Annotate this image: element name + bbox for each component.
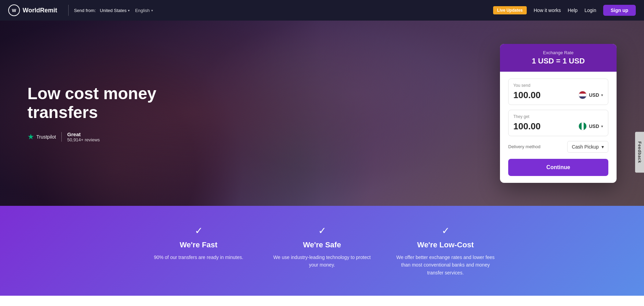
hero-content: Low cost money transfers ★ Trustpilot Gr…: [0, 21, 644, 206]
trustpilot-reviews: Great 50,914+ reviews: [67, 131, 100, 142]
delivery-method-value: Cash Pickup: [572, 144, 599, 150]
delivery-method-label: Delivery method: [508, 144, 540, 149]
you-send-field[interactable]: You send 100.00 USD ▾: [508, 79, 608, 105]
trustpilot-row: ★ Trustpilot Great 50,914+ reviews: [27, 131, 479, 142]
feature-lowcost: ✓ We're Low-Cost We offer better exchang…: [384, 225, 507, 276]
you-send-label: You send: [513, 83, 603, 88]
lowcost-title: We're Low-Cost: [395, 240, 496, 249]
trustpilot-divider: [61, 132, 62, 142]
brand-name: WorldRemit: [23, 7, 57, 14]
hero-text: Low cost money transfers ★ Trustpilot Gr…: [27, 84, 479, 142]
you-send-currency-selector[interactable]: USD ▾: [579, 91, 603, 99]
they-get-label: They get: [513, 114, 603, 119]
signup-button[interactable]: Sign up: [603, 5, 636, 16]
they-get-currency-selector[interactable]: USD ▾: [579, 122, 603, 130]
send-from-value: United States: [100, 8, 127, 13]
they-get-chevron-icon: ▾: [601, 124, 603, 129]
safe-check-icon: ✓: [271, 225, 373, 236]
features-section: ✓ We're Fast 90% of our transfers are re…: [0, 206, 644, 296]
they-get-amount[interactable]: 100.00: [513, 121, 541, 132]
feature-fast: ✓ We're Fast 90% of our transfers are re…: [137, 225, 260, 276]
fast-check-icon: ✓: [148, 225, 249, 236]
card-body: You send 100.00 USD ▾ They get 100.00: [500, 72, 617, 183]
navbar: W WorldRemit Send from: United States ▾ …: [0, 0, 644, 21]
delivery-chevron-icon: ▾: [601, 144, 604, 150]
feedback-sidebar[interactable]: Feedback: [635, 132, 644, 174]
trustpilot-brand[interactable]: ★ Trustpilot: [27, 132, 56, 141]
exchange-rate-value: 1 USD = 1 USD: [508, 57, 608, 66]
card-header: Exchange Rate 1 USD = 1 USD: [500, 44, 617, 72]
delivery-row: Delivery method Cash Pickup ▾: [508, 141, 608, 153]
send-from-selector[interactable]: Send from: United States ▾: [74, 8, 130, 13]
live-updates-badge[interactable]: Live Updates: [493, 6, 527, 14]
continue-button[interactable]: Continue: [508, 159, 608, 176]
lowcost-description: We offer better exchange rates and lower…: [395, 254, 496, 276]
safe-description: We use industry-leading technology to pr…: [271, 254, 373, 269]
they-get-currency-code: USD: [589, 123, 599, 129]
usd-flag-icon: [579, 91, 587, 99]
transfer-card: Exchange Rate 1 USD = 1 USD You send 100…: [500, 44, 617, 183]
safe-title: We're Safe: [271, 240, 373, 249]
nav-divider: [68, 5, 69, 16]
you-send-amount[interactable]: 100.00: [513, 90, 541, 101]
delivery-method-selector[interactable]: Cash Pickup ▾: [567, 141, 608, 153]
login-link[interactable]: Login: [584, 8, 596, 13]
hero-section: Low cost money transfers ★ Trustpilot Gr…: [0, 21, 644, 206]
help-link[interactable]: Help: [568, 8, 578, 13]
trustpilot-count: 50,914+ reviews: [67, 137, 100, 142]
language-value: English: [135, 8, 150, 13]
you-send-chevron-icon: ▾: [601, 93, 603, 97]
how-it-works-link[interactable]: How it works: [534, 8, 561, 13]
send-from-chevron-icon: ▾: [128, 9, 130, 12]
trustpilot-rating: Great: [67, 131, 100, 137]
feedback-button[interactable]: Feedback: [635, 132, 644, 173]
trustpilot-star-icon: ★: [27, 132, 34, 141]
nav-right: Live Updates How it works Help Login Sig…: [493, 5, 636, 16]
lowcost-check-icon: ✓: [395, 225, 496, 236]
ngn-flag-icon: [579, 122, 587, 130]
send-from-label: Send from:: [74, 8, 96, 13]
trustpilot-label: Trustpilot: [36, 134, 56, 140]
they-get-field[interactable]: They get 100.00 USD ▾: [508, 110, 608, 136]
language-chevron-icon: ▾: [151, 9, 153, 12]
language-selector[interactable]: English ▾: [135, 8, 153, 13]
exchange-rate-label: Exchange Rate: [508, 50, 608, 55]
brand-logo[interactable]: W WorldRemit: [8, 4, 57, 16]
they-get-row: 100.00 USD ▾: [513, 121, 603, 132]
feature-safe: ✓ We're Safe We use industry-leading tec…: [260, 225, 384, 276]
fast-title: We're Fast: [148, 240, 249, 249]
fast-description: 90% of our transfers are ready in minute…: [148, 254, 249, 261]
hero-headline: Low cost money transfers: [27, 84, 206, 122]
you-send-row: 100.00 USD ▾: [513, 90, 603, 101]
logo-circle: W: [8, 4, 20, 16]
you-send-currency-code: USD: [589, 92, 599, 98]
